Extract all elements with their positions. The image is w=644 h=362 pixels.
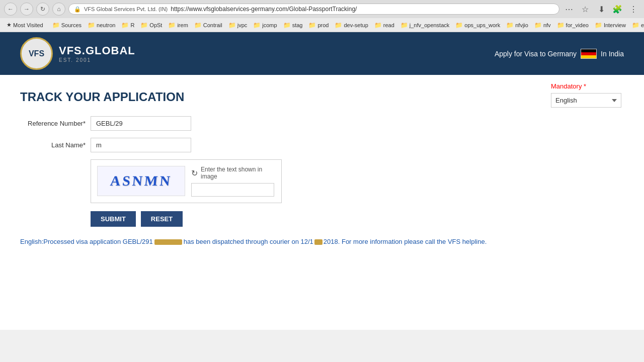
right-sidebar: Mandatory * English German French Spanis… [543,75,644,301]
toolbar-nfv-openstack[interactable]: 📁 j_nfv_openstack [398,21,452,30]
reference-number-input[interactable] [91,116,191,131]
toolbar-dev-setup[interactable]: 📁 dev-setup [332,21,370,30]
logo-vfs-text: VFS [29,49,44,58]
captcha-instruction-text: Enter the text shown in image [201,166,275,180]
folder-icon: 📁 [88,22,95,29]
folder-icon: 📁 [194,22,202,29]
submit-button[interactable]: SUBMIT [91,211,136,227]
toolbar-contrail[interactable]: 📁 Contrail [192,21,225,30]
bookmarks-toolbar: ★ Most Visited 📁 Sources 📁 neutron 📁 R 📁… [0,18,644,32]
vfs-est-text: EST. 2001 [59,57,135,63]
status-redacted-2 [314,239,323,245]
folder-icon: 📁 [400,22,408,29]
toolbar-irem[interactable]: 📁 irem [166,21,190,30]
page-title: TRACK YOUR APPLICATION [20,90,523,104]
folder-icon: 📁 [455,22,463,29]
toolbar-jvpc[interactable]: 📁 jvpc [226,21,250,30]
folder-icon: 📁 [253,22,261,29]
apply-visa-text: Apply for Visa to Germany [495,50,577,58]
folder-icon: 📁 [557,22,565,29]
toolbar-ops-ups[interactable]: 📁 ops_ups_work [453,21,503,30]
logo-name-area: VFS.GLOBAL EST. 2001 [59,44,135,63]
in-india-text: In India [601,50,624,58]
site-header: VFS VFS.GLOBAL EST. 2001 Apply for Visa … [0,32,644,75]
status-text-end: 2018. For more information please call t… [324,238,487,245]
lock-icon: 🔒 [74,6,81,13]
more-tools-button[interactable]: ⋯ [562,3,576,16]
page-content: VFS VFS.GLOBAL EST. 2001 Apply for Visa … [0,32,644,330]
toolbar-for-video[interactable]: 📁 for_video [554,21,591,30]
back-button[interactable]: ← [4,3,17,16]
download-button[interactable]: ⬇ [595,3,608,16]
lastname-label: Last Name* [20,141,86,149]
folder-icon: 📁 [308,22,316,29]
status-message: English:Processed visa application GEBL/… [20,237,523,247]
browser-top-bar: ← → ↻ ⌂ 🔒 VFS Global Services Pvt. Ltd. … [0,0,644,18]
toolbar-nfvjio[interactable]: 📁 nfvjio [504,21,531,30]
left-content: TRACK YOUR APPLICATION Reference Number*… [0,75,543,301]
folder-icon: 📁 [121,22,129,29]
toolbar-stag[interactable]: 📁 stag [281,21,305,30]
folder-icon: 📁 [168,22,176,29]
toolbar-interview[interactable]: 📁 Interview [592,21,628,30]
captcha-container: ASNMN ↻ Enter the text shown in image [91,159,282,203]
logo-area: VFS VFS.GLOBAL EST. 2001 [20,37,135,70]
toolbar-edge[interactable]: 📁 edge [629,21,644,30]
refresh-captcha-icon[interactable]: ↻ [191,168,198,178]
toolbar-prod[interactable]: 📁 prod [306,21,331,30]
toolbar-most-visited[interactable]: ★ Most Visited [4,21,46,29]
folder-icon: 📁 [632,22,639,29]
lastname-input[interactable] [91,138,191,152]
address-bar[interactable]: 🔒 VFS Global Services Pvt. Ltd. (IN) htt… [68,4,559,15]
mandatory-label: Mandatory * [551,82,636,90]
folder-icon: 📁 [534,22,542,29]
extensions-button[interactable]: 🧩 [611,3,624,16]
site-info: VFS Global Services Pvt. Ltd. (IN) [84,6,168,12]
reset-button[interactable]: RESET [141,211,183,227]
language-select[interactable]: English German French Spanish [551,93,621,108]
mandatory-asterisk: * [584,82,586,90]
reference-number-label: Reference Number* [20,120,86,127]
captcha-right: ↻ Enter the text shown in image [191,166,275,197]
status-text-start: English:Processed visa application GEBL/… [20,238,153,245]
status-text-mid: has been dispatched through courier on 1… [184,238,313,245]
mandatory-section: Mandatory * English German French Spanis… [551,82,636,108]
reference-number-row: Reference Number* [20,116,523,131]
captcha-instruction-row: ↻ Enter the text shown in image [191,166,275,180]
lastname-row: Last Name* [20,138,523,152]
toolbar-read[interactable]: 📁 read [372,21,397,30]
captcha-text-display: ASNMN [110,173,173,189]
folder-icon: 📁 [228,22,236,29]
captcha-input[interactable] [191,183,274,197]
form-buttons: SUBMIT RESET [91,211,523,227]
folder-icon: 📁 [595,22,602,29]
folder-icon: 📁 [335,22,342,29]
forward-button[interactable]: → [20,3,33,16]
status-redacted [154,239,182,245]
refresh-button[interactable]: ↻ [36,3,49,16]
main-area: TRACK YOUR APPLICATION Reference Number*… [0,75,644,301]
star-icon: ★ [7,22,12,28]
folder-icon: 📁 [374,22,382,29]
header-right: Apply for Visa to Germany In India [495,49,624,59]
toolbar-jcomp[interactable]: 📁 jcomp [251,21,279,30]
browser-chrome: ← → ↻ ⌂ 🔒 VFS Global Services Pvt. Ltd. … [0,0,644,32]
vfs-global-text: VFS.GLOBAL [59,44,135,57]
url-display: https://www.vfsglobalservices-germany.co… [171,6,357,13]
toolbar-r[interactable]: 📁 R [119,21,137,30]
home-button[interactable]: ⌂ [52,3,65,16]
flag-yellow-strip [581,55,596,58]
bookmark-button[interactable]: ☆ [579,3,592,16]
toolbar-sources[interactable]: 📁 Sources [50,21,84,30]
toolbar-neutron[interactable]: 📁 neutron [85,21,118,30]
folder-icon: 📁 [506,22,514,29]
toolbar-nfv[interactable]: 📁 nfv [532,21,553,30]
vfs-logo-circle: VFS [20,37,53,70]
folder-icon: 📁 [140,22,148,29]
menu-button[interactable]: ⋮ [627,3,640,16]
folder-icon: 📁 [52,22,60,29]
germany-flag [581,49,597,59]
toolbar-opst[interactable]: 📁 OpSt [138,21,165,30]
folder-icon: 📁 [283,22,291,29]
captcha-image: ASNMN [97,166,185,196]
